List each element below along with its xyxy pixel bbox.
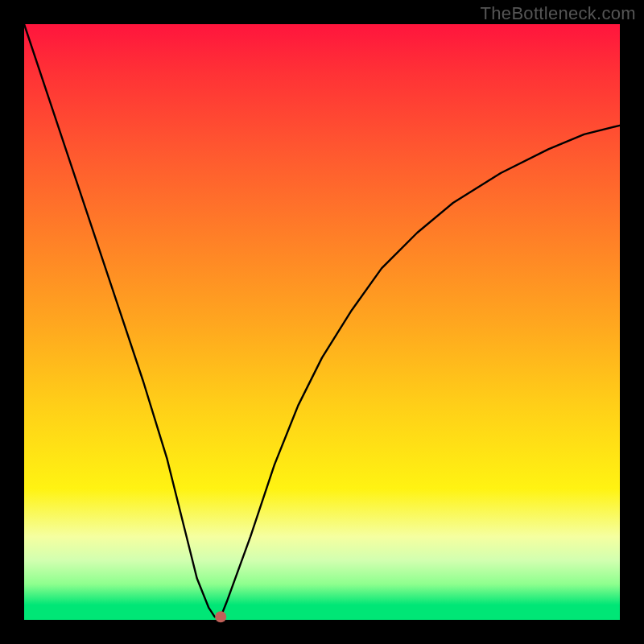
watermark-text: TheBottleneck.com xyxy=(481,3,636,24)
bottleneck-curve xyxy=(24,24,620,617)
curve-layer xyxy=(24,24,620,620)
chart-frame: TheBottleneck.com xyxy=(0,0,644,644)
minimum-marker xyxy=(215,611,226,622)
plot-area xyxy=(24,24,620,620)
